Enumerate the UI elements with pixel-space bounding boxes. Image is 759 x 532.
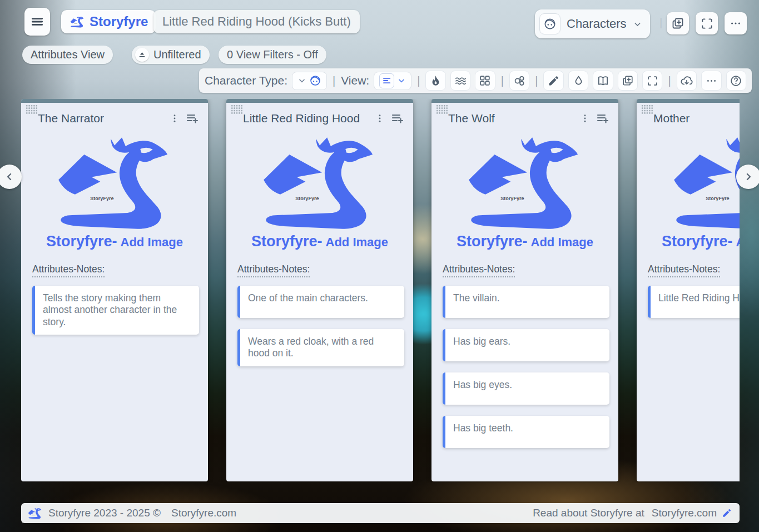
note-card[interactable]: Tells the story making them almost anoth… (32, 286, 199, 335)
attributes-notes-label[interactable]: Attributes-Notes: (443, 263, 515, 277)
view-style-dropdown[interactable] (374, 72, 411, 90)
duplicate-view-button[interactable] (667, 12, 689, 34)
cards-row: The Narrator StoryFyre Storyfyre-Add Ima… (21, 99, 740, 483)
card-top-strip (637, 99, 740, 103)
grid-view-icon[interactable] (475, 71, 495, 91)
view-filters-pill[interactable]: 0 View Filters - Off (219, 46, 326, 64)
dragon-watermark: StoryFyre (295, 196, 319, 201)
drag-handle-icon[interactable] (231, 105, 243, 115)
toolbar-divider: | (331, 74, 336, 87)
add-note-icon[interactable] (596, 112, 609, 125)
hamburger-menu-button[interactable] (24, 8, 50, 36)
brand-button[interactable]: StoryFyre Storyfyre (61, 10, 156, 33)
brand-name: Storyfyre (90, 14, 148, 29)
kebab-menu-icon[interactable] (170, 113, 180, 123)
chevron-down-icon (633, 19, 642, 29)
note-text: Little Red Riding H (658, 292, 740, 304)
note-card[interactable]: The villain. (443, 286, 609, 318)
drag-handle-icon[interactable] (26, 105, 38, 115)
add-image-caption[interactable]: Storyfyre-Add Image (21, 233, 208, 250)
note-text: One of the main characters. (248, 292, 396, 304)
character-image-placeholder[interactable]: StoryFyre Storyfyre-Add Image (637, 135, 740, 250)
toolbar-divider: | (534, 74, 539, 87)
notes-list: The villain.Has big ears.Has big eyes.Ha… (443, 286, 609, 448)
character-type-dropdown[interactable] (292, 72, 327, 90)
attributes-notes-label[interactable]: Attributes-Notes: (32, 263, 105, 277)
duplicate-icon[interactable] (618, 71, 638, 91)
character-card: Mother StoryFyre Storyfyre-Add Image (637, 99, 740, 481)
character-face-icon[interactable] (539, 13, 560, 34)
toolbar-divider: | (416, 74, 421, 87)
chevron-down-icon (297, 76, 306, 85)
filter-state-label: Unfiltered (153, 48, 201, 61)
dragon-watermark: StoryFyre (90, 196, 113, 201)
note-card[interactable]: Has big teeth. (443, 416, 609, 448)
read-about-link[interactable]: Storyfyre.com (652, 507, 717, 519)
waves-icon[interactable] (450, 71, 470, 91)
character-type-label: Character Type: (205, 74, 287, 87)
note-card[interactable]: Wears a red cloak, with a red hood on it… (237, 329, 404, 366)
cloud-download-icon[interactable] (677, 71, 697, 91)
add-note-icon[interactable] (391, 112, 404, 125)
add-image-caption[interactable]: Storyfyre-Add Image (431, 233, 618, 250)
character-image-placeholder[interactable]: StoryFyre Storyfyre-Add Image (226, 135, 413, 250)
character-card: The Wolf StoryFyre Storyfyre-Add Image (431, 99, 618, 481)
dragon-watermark: StoryFyre (75, 23, 77, 24)
caption-brand: Storyfyre- (46, 233, 117, 250)
caption-action: Add Image (121, 235, 183, 249)
mode-selector[interactable]: Characters (535, 9, 650, 38)
note-card[interactable]: Little Red Riding H (648, 286, 740, 318)
view-mode-pill[interactable]: Attributes View (22, 46, 113, 64)
note-card[interactable]: Has big eyes. (443, 372, 609, 405)
notes-list: Little Red Riding H (648, 286, 740, 318)
view-label: View: (341, 74, 369, 87)
header-divider: | (659, 16, 662, 29)
board-toolbar: Character Type: | View: | | (199, 68, 752, 93)
filter-state-pill[interactable]: Unfiltered (132, 46, 210, 64)
note-text: The villain. (453, 292, 602, 304)
note-card[interactable]: Has big ears. (443, 329, 609, 361)
caption-action: Add Image (736, 235, 740, 249)
note-card[interactable]: One of the main characters. (237, 286, 404, 318)
edit-pencil-icon (722, 508, 732, 518)
filter-funnel-icon (135, 48, 149, 62)
add-note-icon[interactable] (186, 112, 199, 125)
character-image-placeholder[interactable]: StoryFyre Storyfyre-Add Image (21, 135, 208, 250)
note-text: Has big teeth. (453, 422, 602, 434)
character-image-placeholder[interactable]: StoryFyre Storyfyre-Add Image (431, 135, 618, 250)
kebab-menu-icon[interactable] (375, 113, 385, 123)
chevron-left-icon (4, 171, 15, 182)
note-text: Wears a red cloak, with a red hood on it… (248, 336, 396, 360)
caption-action: Add Image (531, 235, 593, 249)
drag-handle-icon[interactable] (436, 105, 448, 115)
flame-icon[interactable] (425, 71, 445, 91)
card-top-strip (21, 99, 208, 103)
chevron-down-icon (397, 76, 406, 85)
kebab-menu-icon[interactable] (580, 113, 590, 123)
footer-site-link[interactable]: Storyfyre.com (171, 507, 236, 519)
card-title: Little Red Riding Hood (243, 112, 375, 125)
footer-bar: StoryFyre Storyfyre 2023 - 2025 © Storyf… (21, 503, 740, 523)
fullscreen-button[interactable] (696, 12, 718, 34)
storyfyre-dragon-logo: StoryFyre (637, 135, 740, 232)
note-text: Has big ears. (453, 336, 602, 347)
fullscreen-icon[interactable] (642, 71, 662, 91)
droplet-icon[interactable] (568, 71, 588, 91)
more-options-icon[interactable] (701, 71, 721, 91)
book-icon[interactable] (593, 71, 613, 91)
storyfyre-dragon-logo: StoryFyre (21, 135, 208, 232)
scroll-right-button[interactable] (736, 165, 759, 189)
add-image-caption[interactable]: Storyfyre-Add Image (637, 233, 740, 250)
attributes-notes-label[interactable]: Attributes-Notes: (237, 263, 310, 277)
add-image-caption[interactable]: Storyfyre-Add Image (226, 233, 413, 250)
character-face-icon (309, 74, 321, 87)
character-card: Little Red Riding Hood StoryFyre Storyfy… (226, 99, 413, 481)
edit-pencil-icon[interactable] (543, 71, 563, 91)
help-icon[interactable] (726, 71, 746, 91)
relationship-graph-icon[interactable] (509, 71, 529, 91)
card-title: The Wolf (448, 112, 580, 125)
more-options-button[interactable] (725, 12, 747, 34)
attributes-notes-label[interactable]: Attributes-Notes: (648, 263, 720, 277)
drag-handle-icon[interactable] (641, 105, 653, 115)
project-title[interactable]: Little Red Riding Hood (Kicks Butt) (153, 10, 360, 33)
